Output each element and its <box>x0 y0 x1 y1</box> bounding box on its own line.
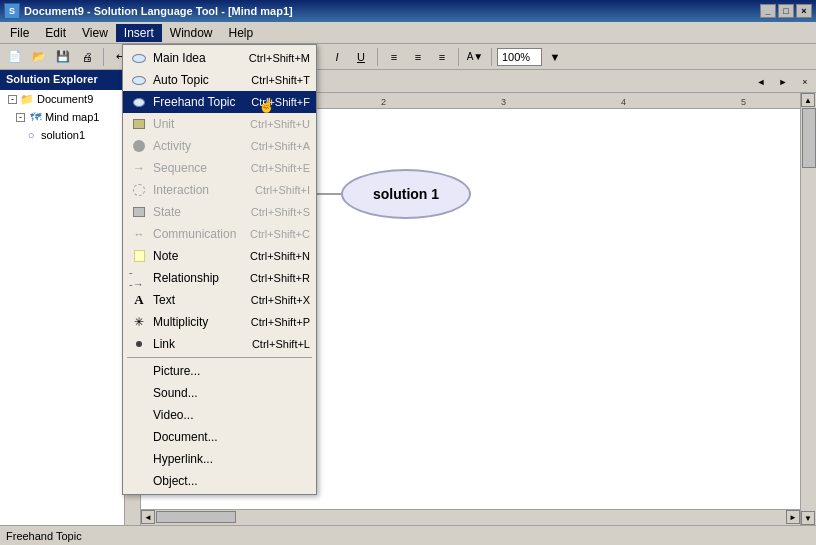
state-shortcut: Ctrl+Shift+S <box>251 206 310 218</box>
text-shortcut: Ctrl+Shift+X <box>251 294 310 306</box>
menu-item-hyperlink[interactable]: Hyperlink... <box>123 448 316 470</box>
toolbar-sep-5 <box>458 48 459 66</box>
new-button[interactable]: 📄 <box>4 47 26 67</box>
scroll-thumb-v[interactable] <box>802 108 816 168</box>
communication-shortcut: Ctrl+Shift+C <box>250 228 310 240</box>
menu-item-text[interactable]: A Text Ctrl+Shift+X <box>123 289 316 311</box>
menu-item-activity[interactable]: Activity Ctrl+Shift+A <box>123 135 316 157</box>
object-label: Object... <box>153 474 310 488</box>
menu-item-picture[interactable]: Picture... <box>123 360 316 382</box>
oval-node-label: solution 1 <box>373 186 439 202</box>
unit-shortcut: Ctrl+Shift+U <box>250 118 310 130</box>
oval-node[interactable]: solution 1 <box>341 169 471 219</box>
document-label: Document... <box>153 430 310 444</box>
tab-close[interactable]: × <box>794 72 816 92</box>
menu-item-sound[interactable]: Sound... <box>123 382 316 404</box>
align-center-button[interactable]: ≡ <box>407 47 429 67</box>
underline-button[interactable]: U <box>350 47 372 67</box>
align-right-button[interactable]: ≡ <box>431 47 453 67</box>
freehand-topic-label: Freehand Topic <box>153 95 247 109</box>
menu-item-relationship[interactable]: - -→ Relationship Ctrl+Shift+R <box>123 267 316 289</box>
menu-window[interactable]: Window <box>162 24 221 42</box>
menu-help[interactable]: Help <box>221 24 262 42</box>
relationship-shortcut: Ctrl+Shift+R <box>250 272 310 284</box>
scrollbar-vertical[interactable]: ▲ ▼ <box>800 93 816 525</box>
unit-icon <box>129 114 149 134</box>
toolbar-sep-1 <box>103 48 104 66</box>
menu-item-link[interactable]: Link Ctrl+Shift+L <box>123 333 316 355</box>
title-bar: S Document9 - Solution Language Tool - [… <box>0 0 816 22</box>
svg-text:3: 3 <box>501 97 506 107</box>
menu-item-main-idea[interactable]: Main Idea Ctrl+Shift+M <box>123 47 316 69</box>
activity-shortcut: Ctrl+Shift+A <box>251 140 310 152</box>
document-icon <box>129 427 149 447</box>
menu-item-auto-topic[interactable]: Auto Topic Ctrl+Shift+T <box>123 69 316 91</box>
zoom-input[interactable]: 100% <box>497 48 542 66</box>
scroll-up-button[interactable]: ▲ <box>801 93 815 107</box>
menu-item-multiplicity[interactable]: ✳ Multiplicity Ctrl+Shift+P <box>123 311 316 333</box>
title-bar-text: Document9 - Solution Language Tool - [Mi… <box>24 5 760 17</box>
interaction-label: Interaction <box>153 183 251 197</box>
menu-item-freehand-topic[interactable]: Freehand Topic Ctrl+Shift+F <box>123 91 316 113</box>
scroll-left-button[interactable]: ◄ <box>141 510 155 524</box>
object-icon <box>129 471 149 491</box>
maximize-button[interactable]: □ <box>778 4 794 18</box>
link-label: Link <box>153 337 248 351</box>
tree-item-document[interactable]: - 📁 Document9 <box>0 90 124 108</box>
print-button[interactable]: 🖨 <box>76 47 98 67</box>
multiplicity-icon: ✳ <box>129 312 149 332</box>
video-label: Video... <box>153 408 310 422</box>
menu-view[interactable]: View <box>74 24 116 42</box>
tree-expand-document[interactable]: - <box>8 95 17 104</box>
menu-item-video[interactable]: Video... <box>123 404 316 426</box>
menu-edit[interactable]: Edit <box>37 24 74 42</box>
minimize-button[interactable]: _ <box>760 4 776 18</box>
italic-button[interactable]: I <box>326 47 348 67</box>
scroll-right-button[interactable]: ► <box>786 510 800 524</box>
sequence-icon: → <box>129 158 149 178</box>
menu-item-interaction[interactable]: Interaction Ctrl+Shift+I <box>123 179 316 201</box>
scroll-down-button[interactable]: ▼ <box>801 511 815 525</box>
tree-item-solution[interactable]: ○ solution1 <box>0 126 124 144</box>
communication-icon: ↔ <box>129 224 149 244</box>
relationship-label: Relationship <box>153 271 246 285</box>
save-button[interactable]: 💾 <box>52 47 74 67</box>
auto-topic-label: Auto Topic <box>153 73 247 87</box>
folder-icon: 📁 <box>20 92 34 106</box>
state-label: State <box>153 205 247 219</box>
unit-label: Unit <box>153 117 246 131</box>
menu-item-document[interactable]: Document... <box>123 426 316 448</box>
link-shortcut: Ctrl+Shift+L <box>252 338 310 350</box>
tab-nav-right[interactable]: ► <box>772 72 794 92</box>
close-button[interactable]: × <box>796 4 812 18</box>
menu-file[interactable]: File <box>2 24 37 42</box>
hyperlink-icon <box>129 449 149 469</box>
sequence-label: Sequence <box>153 161 247 175</box>
tree-expand-mindmap[interactable]: - <box>16 113 25 122</box>
note-label: Note <box>153 249 246 263</box>
freehand-topic-shortcut: Ctrl+Shift+F <box>251 96 310 108</box>
menu-item-communication[interactable]: ↔ Communication Ctrl+Shift+C <box>123 223 316 245</box>
zoom-dropdown-button[interactable]: ▼ <box>544 47 566 67</box>
main-idea-label: Main Idea <box>153 51 245 65</box>
insert-dropdown-menu: Main Idea Ctrl+Shift+M Auto Topic Ctrl+S… <box>122 44 317 495</box>
solution-explorer-title: Solution Explorer <box>0 70 124 90</box>
title-bar-controls[interactable]: _ □ × <box>760 4 812 18</box>
align-left-button[interactable]: ≡ <box>383 47 405 67</box>
tree-label-solution: solution1 <box>41 129 85 141</box>
menu-item-state[interactable]: State Ctrl+Shift+S <box>123 201 316 223</box>
menu-item-unit[interactable]: Unit Ctrl+Shift+U <box>123 113 316 135</box>
font-color-button[interactable]: A▼ <box>464 47 486 67</box>
tree-item-mindmap[interactable]: - 🗺 Mind map1 <box>0 108 124 126</box>
multiplicity-shortcut: Ctrl+Shift+P <box>251 316 310 328</box>
open-button[interactable]: 📂 <box>28 47 50 67</box>
tab-nav-left[interactable]: ◄ <box>750 72 772 92</box>
video-icon <box>129 405 149 425</box>
scroll-thumb-h[interactable] <box>156 511 236 523</box>
menu-item-sequence[interactable]: → Sequence Ctrl+Shift+E <box>123 157 316 179</box>
scrollbar-horizontal[interactable]: ◄ ► <box>141 509 800 525</box>
menu-item-note[interactable]: Note Ctrl+Shift+N <box>123 245 316 267</box>
text-icon: A <box>129 290 149 310</box>
menu-insert[interactable]: Insert <box>116 24 162 42</box>
menu-item-object[interactable]: Object... <box>123 470 316 492</box>
